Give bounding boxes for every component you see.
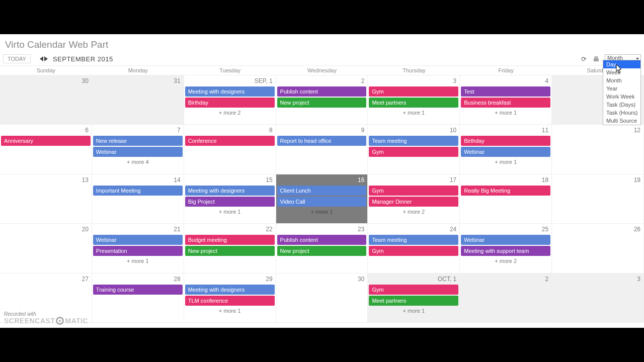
event[interactable]: New project xyxy=(277,98,367,108)
event[interactable]: Business breakfast xyxy=(461,98,550,108)
more-link[interactable]: + more 1 xyxy=(461,109,550,117)
event[interactable]: Really Big Meeting xyxy=(461,186,550,196)
calendar-cell[interactable]: 2Publish contentNew project xyxy=(276,75,368,125)
calendar-cell[interactable]: 27 xyxy=(0,274,92,323)
event[interactable]: Meet partners xyxy=(369,296,458,306)
event[interactable]: Webinar xyxy=(93,235,183,245)
event[interactable]: Publish content xyxy=(277,86,367,97)
view-option[interactable]: Task (Hours) xyxy=(603,109,640,117)
more-link[interactable]: + more 1 xyxy=(185,307,275,315)
calendar-cell[interactable]: 28Training course xyxy=(92,274,184,323)
view-option[interactable]: Week xyxy=(603,68,640,76)
event[interactable]: Gym xyxy=(369,86,458,97)
more-link[interactable]: + more 4 xyxy=(93,158,183,166)
view-option[interactable]: Day xyxy=(603,60,640,68)
calendar-cell[interactable]: 17GymManager Dinner+ more 2 xyxy=(368,174,460,224)
date-number: 19 xyxy=(634,176,640,184)
event[interactable]: Training course xyxy=(93,285,183,295)
calendar-cell[interactable]: OCT, 1GymMeet partners+ more 1 xyxy=(368,274,460,323)
event[interactable]: Webinar xyxy=(93,147,183,157)
event[interactable]: Birthday xyxy=(185,98,275,108)
calendar-cell[interactable]: 6Anniversary xyxy=(0,125,92,174)
event[interactable]: Gym xyxy=(369,246,458,256)
calendar-cell[interactable]: 9Report to head office xyxy=(276,125,368,174)
event[interactable]: Webinar xyxy=(461,147,550,157)
view-option[interactable]: Work Week xyxy=(603,93,640,101)
event[interactable]: Important Meeting xyxy=(93,186,183,196)
calendar-cell[interactable]: 19 xyxy=(552,174,644,224)
calendar-cell[interactable]: 24Team meetingGym xyxy=(368,224,460,273)
event[interactable]: Big Project xyxy=(185,197,275,207)
calendar-cell[interactable]: 13 xyxy=(0,174,92,224)
calendar-cell[interactable]: 21WebinarPresentation+ more 1 xyxy=(92,224,184,273)
event[interactable]: Test xyxy=(461,86,550,97)
event[interactable]: Anniversary xyxy=(1,136,91,146)
sync-icon[interactable]: ⟳ xyxy=(580,55,588,63)
nav-arrows[interactable] xyxy=(40,56,48,61)
more-link[interactable]: + more 2 xyxy=(461,257,550,265)
calendar-cell[interactable]: 18Really Big Meeting xyxy=(460,174,552,224)
event[interactable]: Report to head office xyxy=(277,136,367,146)
print-icon[interactable]: 🖶 xyxy=(592,55,600,63)
event[interactable]: Team meeting xyxy=(369,136,458,146)
more-link[interactable]: + more 1 xyxy=(93,257,183,265)
calendar-cell[interactable]: 16Client LunchVideo Call+ more 1 xyxy=(276,174,368,224)
more-link[interactable]: + more 2 xyxy=(369,208,458,216)
more-link[interactable]: + more 1 xyxy=(369,109,458,117)
more-link[interactable]: + more 2 xyxy=(185,109,275,117)
event[interactable]: Webinar xyxy=(461,235,550,245)
event[interactable]: Meet partners xyxy=(369,98,458,108)
event[interactable]: Birthday xyxy=(461,136,550,146)
view-option[interactable]: Task (Days) xyxy=(603,101,640,109)
calendar-cell[interactable]: 12 xyxy=(552,125,644,174)
event[interactable]: Publish content xyxy=(277,235,367,245)
calendar-cell[interactable]: 23Publish contentNew project xyxy=(276,224,368,273)
calendar-cell[interactable]: 2 xyxy=(460,274,552,323)
more-link[interactable]: + more 1 xyxy=(461,158,550,166)
calendar-cell[interactable]: 3GymMeet partners+ more 1 xyxy=(368,75,460,125)
view-option[interactable]: Multi Source xyxy=(603,117,640,125)
event[interactable]: Video Call xyxy=(277,197,367,207)
calendar-cell[interactable]: 22Budget meetingNew project xyxy=(184,224,276,273)
calendar-cell[interactable]: 20 xyxy=(0,224,92,273)
view-option[interactable]: Year xyxy=(603,84,640,93)
view-dropdown[interactable]: DayWeekMonthYearWork WeekTask (Days)Task… xyxy=(603,60,641,125)
calendar-cell[interactable]: 3 xyxy=(552,274,644,323)
calendar-cell[interactable]: 31 xyxy=(92,75,184,125)
calendar-cell[interactable]: 26 xyxy=(552,224,644,273)
calendar-cell[interactable]: 30 xyxy=(0,75,92,125)
event[interactable]: Gym xyxy=(369,147,458,157)
event[interactable]: TLM conference xyxy=(185,296,275,306)
calendar-cell[interactable]: 29Meeting with designersTLM conference+ … xyxy=(184,274,276,323)
more-link[interactable]: + more 1 xyxy=(185,208,275,216)
view-option[interactable]: Month xyxy=(603,76,640,84)
event[interactable]: New project xyxy=(185,246,275,256)
event[interactable]: Budget meeting xyxy=(185,235,275,245)
calendar-cell[interactable]: 7New releaseWebinar+ more 4 xyxy=(92,125,184,174)
calendar-cell[interactable]: 4TestBusiness breakfast+ more 1 xyxy=(460,75,552,125)
event[interactable]: Presentation xyxy=(93,246,183,256)
event[interactable]: New project xyxy=(277,246,367,256)
event[interactable]: Meeting with designers xyxy=(185,285,275,295)
calendar-cell[interactable]: 8Conference xyxy=(184,125,276,174)
event[interactable]: Client Lunch xyxy=(277,186,367,196)
calendar-cell[interactable]: 25WebinarMeeting with support team+ more… xyxy=(460,224,552,273)
event[interactable]: Gym xyxy=(369,285,458,295)
event[interactable]: New release xyxy=(93,136,183,146)
event[interactable]: Team meeting xyxy=(369,235,458,245)
more-link[interactable]: + more 1 xyxy=(369,307,458,315)
event[interactable]: Conference xyxy=(185,136,275,146)
calendar-cell[interactable]: SEP, 1Meeting with designersBirthday+ mo… xyxy=(184,75,276,125)
calendar-cell[interactable]: 11BirthdayWebinar+ more 1 xyxy=(460,125,552,174)
event[interactable]: Manager Dinner xyxy=(369,197,458,207)
event[interactable]: Gym xyxy=(369,186,458,196)
event[interactable]: Meeting with designers xyxy=(185,186,275,196)
calendar-cell[interactable]: 15Meeting with designersBig Project+ mor… xyxy=(184,174,276,224)
today-button[interactable]: TODAY xyxy=(3,54,31,63)
calendar-cell[interactable]: 10Team meetingGym xyxy=(368,125,460,174)
more-link[interactable]: + more 1 xyxy=(277,208,367,216)
calendar-cell[interactable]: 30 xyxy=(276,274,368,323)
calendar-cell[interactable]: 14Important Meeting xyxy=(92,174,184,224)
event[interactable]: Meeting with designers xyxy=(185,86,275,97)
event[interactable]: Meeting with support team xyxy=(461,246,550,256)
